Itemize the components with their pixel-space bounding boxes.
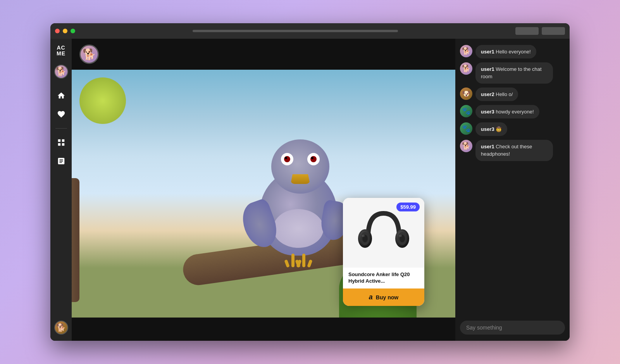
buy-now-button[interactable]: a Buy now — [343, 288, 424, 306]
chat-message-5: 🐾 user3 🤠 — [460, 122, 565, 136]
close-button[interactable] — [55, 29, 60, 33]
chat-text-5: user3 🤠 — [481, 126, 502, 132]
chat-avatar-user1-2: 🐕 — [460, 62, 472, 75]
chat-bubble-1: user1 Hello everyone! — [475, 45, 536, 58]
chat-input-area — [455, 316, 570, 341]
chat-username-5: user3 — [481, 126, 494, 132]
chat-bubble-4: user3 howdy everyone! — [475, 105, 539, 118]
user-avatar-icon: 🐕 — [56, 323, 66, 332]
sidebar-bottom-avatar[interactable]: 🐕 — [54, 321, 68, 335]
chat-avatar-user2: 🐶 — [460, 88, 472, 100]
chat-messages: 🐕 user1 Hello everyone! 🐕 user1 We — [455, 39, 570, 316]
titlebar-control-1[interactable] — [515, 27, 539, 35]
bird-eye-left — [281, 153, 293, 165]
bird-foot-left — [291, 254, 294, 267]
chat-avatar-user3-1: 🐾 — [460, 105, 472, 117]
product-card: $59.99 — [343, 198, 424, 306]
sidebar-item-activity[interactable] — [53, 153, 69, 169]
bird-feet — [291, 254, 305, 267]
streamer-avatar-icon: 🐕 — [83, 48, 96, 61]
chat-text-1: user1 Hello everyone! — [481, 49, 531, 55]
titlebar-control-2[interactable] — [542, 27, 565, 35]
bird-belly — [273, 209, 324, 248]
streamer-avatar[interactable]: 🐕 — [79, 45, 99, 64]
sidebar: ACME 🐕 🐕 — [50, 39, 72, 341]
sidebar-item-favorites[interactable] — [53, 106, 69, 122]
amazon-icon: a — [369, 293, 373, 301]
chat-username-3: user2 — [481, 91, 494, 97]
chat-text-3: user2 Hello o/ — [481, 91, 513, 97]
chat-username-1: user1 — [481, 49, 494, 55]
bird — [260, 170, 337, 256]
chat-text-6: user1 Check out these headphones! — [481, 144, 532, 157]
bird-head — [271, 139, 329, 194]
app-body: ACME 🐕 🐕 — [50, 39, 570, 341]
chat-username-6: user1 — [481, 144, 494, 149]
chat-message-1: 🐕 user1 Hello everyone! — [460, 45, 565, 58]
app-window: ACME 🐕 🐕 — [50, 23, 570, 341]
chat-bubble-3: user2 Hello o/ — [475, 88, 518, 101]
chat-panel: 🐕 user1 Hello everyone! 🐕 user1 We — [455, 39, 570, 341]
svg-point-6 — [399, 235, 402, 237]
titlebar — [50, 23, 570, 39]
chat-bubble-2: user1 Welcome to the chat room — [475, 62, 553, 83]
chat-message-6: 🐕 user1 Check out these headphones! — [460, 140, 565, 161]
avatar-user3-icon: 🐾 — [462, 107, 470, 115]
chat-avatar-user1-3: 🐕 — [460, 140, 472, 152]
sidebar-item-home[interactable] — [53, 88, 69, 103]
chat-message-4: 🐾 user3 howdy everyone! — [460, 105, 565, 118]
chat-input[interactable] — [460, 321, 565, 335]
avatar-user3-icon-2: 🐾 — [462, 124, 470, 133]
chat-text-4: user3 howdy everyone! — [481, 109, 534, 115]
product-name: Soundcore Anker life Q20 Hybrid Active..… — [348, 271, 419, 285]
app-logo: ACME — [57, 45, 65, 57]
avatar-icon: 🐕 — [56, 67, 66, 77]
chat-avatar-user3-2: 🐾 — [460, 122, 472, 135]
video-area: $59.99 — [72, 70, 455, 318]
chat-bubble-5: user3 🤠 — [475, 122, 507, 136]
chat-avatar-user1-1: 🐕 — [460, 45, 472, 57]
buy-now-label: Buy now — [376, 294, 398, 300]
bird-wing-left — [237, 197, 282, 252]
avatar-dog-icon-2: 🐕 — [462, 64, 470, 73]
bird-eye-right — [307, 153, 320, 165]
chat-bubble-6: user1 Check out these headphones! — [475, 140, 553, 161]
avatar-user2-icon: 🐶 — [462, 89, 470, 98]
bird-beak — [291, 174, 310, 184]
nav-divider — [55, 128, 67, 129]
stream-topbar: 🐕 — [72, 39, 455, 70]
bird-foot-right — [302, 254, 305, 267]
chat-text-2: user1 Welcome to the chat room — [481, 66, 542, 79]
titlebar-url-bar — [193, 30, 398, 32]
maximize-button[interactable] — [71, 29, 75, 33]
minimize-button[interactable] — [63, 29, 67, 33]
stream-bottom — [72, 318, 455, 341]
product-image — [356, 206, 411, 260]
svg-point-7 — [362, 235, 365, 237]
tree-trunk — [72, 178, 79, 302]
chat-message-2: 🐕 user1 Welcome to the chat room — [460, 62, 565, 83]
avatar-dog-icon: 🐕 — [462, 47, 470, 55]
chat-username-2: user1 — [481, 66, 494, 72]
avatar-dog-icon-3: 🐕 — [462, 142, 470, 150]
main-content: 🐕 — [72, 39, 455, 341]
bird-body — [260, 170, 337, 256]
bg-foliage — [79, 77, 126, 124]
sidebar-nav — [53, 88, 69, 321]
chat-message-3: 🐶 user2 Hello o/ — [460, 88, 565, 101]
product-info: Soundcore Anker life Q20 Hybrid Active..… — [343, 268, 424, 285]
sidebar-item-browse[interactable] — [53, 135, 69, 150]
sidebar-top-avatar[interactable]: 🐕 — [54, 65, 68, 79]
bird-pupil-right — [310, 156, 317, 162]
product-price-badge: $59.99 — [396, 203, 420, 211]
product-image-area: $59.99 — [343, 198, 424, 268]
chat-username-4: user3 — [481, 109, 494, 115]
bird-pupil-left — [284, 156, 290, 162]
